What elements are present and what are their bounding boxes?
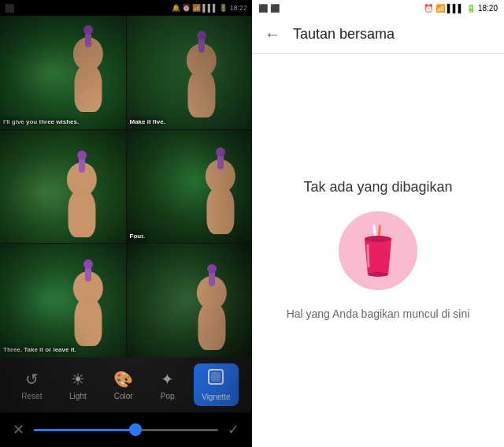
cup-illustration: [339, 211, 417, 290]
status-bar-left: ⬛ 🔔 ⏰ 📶 ▌▌▌ 🔋 18:22: [0, 0, 252, 16]
wifi-icon: 📶: [192, 4, 201, 12]
grid-cell-1: I'll give you three wishes.: [0, 16, 126, 129]
patrick-antenna-1: [85, 32, 91, 47]
pop-icon: ✦: [161, 370, 174, 389]
pop-label: Pop: [161, 392, 175, 400]
light-icon: ☀: [71, 370, 85, 389]
grid-cell-3: [0, 130, 126, 244]
status-right-left-icons: ⬛ ⬛: [258, 4, 280, 13]
tool-vignette[interactable]: Vignette: [194, 363, 239, 406]
patrick-antenna-6: [209, 270, 215, 286]
time-left: 18:22: [229, 4, 247, 12]
cup-svg: [358, 223, 398, 278]
wifi-icon-right: 📶: [435, 4, 445, 13]
cancel-icon[interactable]: ✕: [13, 421, 24, 438]
color-icon: 🎨: [113, 370, 133, 389]
confirm-icon[interactable]: ✓: [228, 421, 239, 438]
tool-color[interactable]: 🎨 Color: [106, 365, 141, 405]
slider-fill: [34, 429, 135, 431]
svg-point-4: [365, 236, 391, 242]
notification-icon: 🔔: [172, 4, 180, 12]
empty-state: Tak ada yang dibagikan Hal yang Anda bag…: [252, 54, 504, 447]
top-bar: ← Tautan bersama: [252, 16, 504, 54]
svg-point-5: [368, 272, 388, 277]
empty-title: Tak ada yang dibagikan: [303, 179, 452, 196]
subtitle-5: Three. Take it or leave it.: [3, 346, 123, 354]
page-title: Tautan bersama: [293, 26, 395, 43]
patrick-body-2: [188, 70, 216, 117]
slider-track[interactable]: [34, 429, 218, 431]
tool-pop[interactable]: ✦ Pop: [153, 365, 183, 405]
alarm-icon-right: ⏰: [424, 4, 433, 13]
app-icon-left: ⬛: [5, 4, 14, 13]
whatsapp-icon-right: ⬛: [258, 4, 268, 13]
patrick-antenna-3: [79, 157, 85, 173]
patrick-body-6: [198, 303, 225, 350]
patrick-body-5: [74, 298, 102, 345]
patrick-3: [57, 169, 107, 237]
empty-subtitle: Hal yang Anda bagikan muncul di sini: [287, 306, 470, 322]
slider-thumb[interactable]: [129, 423, 142, 436]
signal-bars-right: ▌▌▌: [447, 4, 464, 13]
toolbar: ↺ Reset ☀ Light 🎨 Color ✦ Pop Vignette: [0, 357, 252, 412]
slider-bar: ✕ ✓: [0, 412, 252, 447]
grid-cell-5: Three. Take it or leave it.: [0, 244, 126, 357]
patrick-6: [187, 282, 237, 350]
status-right-icons: 🔔 ⏰ 📶 ▌▌▌ 🔋 18:22: [172, 4, 247, 12]
patrick-antenna-5: [85, 266, 91, 281]
status-right-right-icons: ⏰ 📶 ▌▌▌ 🔋 18:20: [424, 4, 498, 13]
time-right: 18:20: [478, 4, 498, 13]
light-label: Light: [69, 392, 87, 400]
grid-cell-4: Four.: [127, 130, 253, 244]
patrick-4: [195, 166, 246, 234]
patrick-5: [63, 278, 113, 345]
patrick-antenna-4: [217, 154, 224, 169]
right-panel: ⬛ ⬛ ⏰ 📶 ▌▌▌ 🔋 18:20 ← Tautan bersama Tak…: [252, 0, 504, 447]
bbm-icon-right: ⬛: [270, 4, 280, 13]
grid-cell-2: Make it five.: [127, 16, 253, 129]
vignette-icon: [207, 368, 224, 389]
tool-reset[interactable]: ↺ Reset: [13, 365, 50, 405]
back-button[interactable]: ←: [265, 25, 280, 43]
svg-rect-1: [211, 372, 220, 382]
patrick-2: [176, 50, 227, 117]
subtitle-2: Make it five.: [130, 118, 250, 126]
patrick-body-3: [68, 190, 95, 237]
color-label: Color: [114, 392, 133, 400]
alarm-icon: ⏰: [182, 4, 191, 12]
battery-icon-right: 🔋: [466, 4, 476, 13]
subtitle-1: I'll give you three wishes.: [3, 118, 123, 126]
grid-cell-6: [127, 244, 253, 357]
patrick-antenna-2: [198, 37, 205, 53]
reset-icon: ↺: [25, 370, 39, 389]
patrick-1: [63, 44, 113, 112]
image-grid: I'll give you three wishes. Make it five…: [0, 16, 252, 357]
vignette-label: Vignette: [202, 393, 231, 401]
tool-light[interactable]: ☀ Light: [61, 365, 94, 405]
status-left-icons: ⬛: [5, 4, 14, 13]
subtitle-4: Four.: [130, 233, 250, 240]
status-bar-right: ⬛ ⬛ ⏰ 📶 ▌▌▌ 🔋 18:20: [252, 0, 504, 16]
reset-label: Reset: [21, 392, 42, 400]
signal-icon: ▌▌▌: [202, 4, 217, 12]
left-panel: ⬛ 🔔 ⏰ 📶 ▌▌▌ 🔋 18:22 I'll give you three …: [0, 0, 252, 447]
battery-icon: 🔋: [219, 4, 228, 12]
patrick-body-1: [74, 65, 102, 112]
patrick-body-4: [207, 187, 235, 234]
